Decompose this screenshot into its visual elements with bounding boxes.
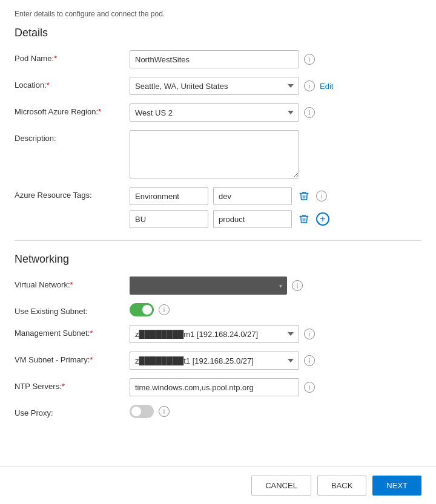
location-select[interactable]: Seattle, WA, United States [130, 77, 299, 95]
azure-region-select[interactable]: West US 2 [130, 103, 299, 122]
virtual-network-select-blurred[interactable]: ▾ [130, 277, 287, 295]
azure-region-field: West US 2 i [130, 103, 421, 122]
ntp-servers-row: NTP Servers:* i [15, 378, 421, 396]
tag-value-input-1[interactable] [213, 187, 292, 205]
vm-subnet-primary-select[interactable]: z████████t1 [192.168.25.0/27] [130, 352, 299, 370]
trash-icon [299, 191, 309, 201]
location-info-icon[interactable]: i [304, 80, 315, 91]
use-proxy-toggle[interactable] [130, 405, 154, 418]
location-row: Location:* Seattle, WA, United States i … [15, 77, 421, 95]
toggle-slider-existing-subnet [130, 303, 154, 316]
description-row: Description: [15, 130, 421, 178]
location-field: Seattle, WA, United States i Edit [130, 77, 421, 95]
use-proxy-row: Use Proxy: i [15, 405, 421, 418]
location-edit-link[interactable]: Edit [320, 82, 333, 91]
virtual-network-chevron-icon: ▾ [279, 283, 282, 289]
tag-key-input-1[interactable] [130, 187, 208, 205]
use-existing-subnet-field: i [130, 303, 421, 316]
page-subtitle: Enter details to configure and connect t… [15, 10, 421, 18]
ntp-servers-label: NTP Servers:* [15, 378, 130, 391]
pod-name-label: Pod Name:* [15, 50, 130, 63]
virtual-network-row: Virtual Network:* ▾ i [15, 277, 421, 295]
networking-section-title: Networking [15, 253, 421, 266]
use-proxy-field: i [130, 405, 421, 418]
tag-row-1: i [130, 187, 329, 205]
description-textarea[interactable] [130, 130, 299, 178]
back-button[interactable]: BACK [317, 476, 366, 496]
use-existing-subnet-toggle[interactable] [130, 303, 154, 316]
azure-tags-label: Azure Resource Tags: [15, 187, 130, 200]
tags-container: i + [130, 187, 329, 228]
management-subnet-field: z████████m1 [192.168.24.0/27] i [130, 325, 421, 343]
azure-region-label: Microsoft Azure Region:* [15, 103, 130, 116]
management-subnet-select[interactable]: z████████m1 [192.168.24.0/27] [130, 325, 299, 343]
use-existing-subnet-row: Use Existing Subnet: i [15, 303, 421, 316]
management-subnet-label: Management Subnet:* [15, 325, 130, 338]
pod-name-field: i [130, 50, 421, 68]
use-proxy-label: Use Proxy: [15, 405, 130, 417]
description-label: Description: [15, 130, 130, 143]
management-subnet-row: Management Subnet:* z████████m1 [192.168… [15, 325, 421, 343]
tag-value-input-2[interactable] [213, 210, 292, 228]
tag-add-icon[interactable]: + [316, 212, 329, 226]
use-proxy-info-icon[interactable]: i [159, 406, 170, 417]
use-existing-subnet-label: Use Existing Subnet: [15, 303, 130, 316]
location-label: Location:* [15, 77, 130, 90]
ntp-servers-field: i [130, 378, 421, 396]
vm-subnet-primary-field: z████████t1 [192.168.25.0/27] i [130, 352, 421, 370]
azure-tags-row: Azure Resource Tags: [15, 187, 421, 228]
vm-subnet-primary-label: VM Subnet - Primary:* [15, 352, 130, 364]
vm-subnet-primary-info-icon[interactable]: i [304, 355, 315, 366]
use-existing-subnet-info-icon[interactable]: i [159, 304, 170, 315]
tag-row-2: + [130, 210, 329, 228]
ntp-servers-input[interactable] [130, 378, 299, 396]
pod-name-info-icon[interactable]: i [304, 54, 315, 65]
azure-region-info-icon[interactable]: i [304, 107, 315, 118]
section-divider [15, 240, 421, 241]
azure-tags-field: i + [130, 187, 421, 228]
next-button[interactable]: NEXT [372, 476, 421, 496]
description-field [130, 130, 421, 178]
footer: CANCEL BACK NEXT [0, 466, 436, 504]
tag-delete-button-1[interactable] [297, 189, 311, 203]
virtual-network-field: ▾ i [130, 277, 421, 295]
ntp-servers-info-icon[interactable]: i [304, 382, 315, 393]
virtual-network-label: Virtual Network:* [15, 277, 130, 289]
tag-delete-button-2[interactable] [297, 212, 311, 226]
tag-row1-info-icon[interactable]: i [316, 191, 327, 201]
details-section-title: Details [15, 27, 421, 39]
toggle-slider-proxy [130, 405, 154, 418]
virtual-network-info-icon[interactable]: i [292, 280, 303, 291]
trash-icon-2 [299, 214, 309, 224]
management-subnet-info-icon[interactable]: i [304, 329, 315, 339]
tag-key-input-2[interactable] [130, 210, 208, 228]
azure-region-row: Microsoft Azure Region:* West US 2 i [15, 103, 421, 122]
cancel-button[interactable]: CANCEL [251, 476, 311, 496]
pod-name-row: Pod Name:* i [15, 50, 421, 68]
pod-name-input[interactable] [130, 50, 299, 68]
vm-subnet-primary-row: VM Subnet - Primary:* z████████t1 [192.1… [15, 352, 421, 370]
